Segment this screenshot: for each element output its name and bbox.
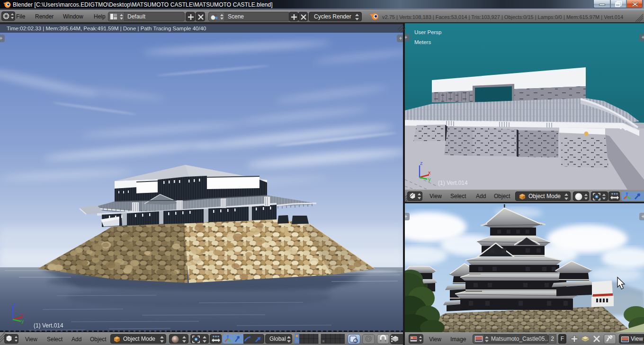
svg-text:+: + <box>641 34 644 41</box>
svg-text:Time:02:02.33 | Mem:395.64M, P: Time:02:02.33 | Mem:395.64M, Peak:491.59… <box>7 26 206 31</box>
svg-text:y: y <box>428 176 431 182</box>
svg-text:+: + <box>641 213 644 220</box>
svg-text:Meters: Meters <box>414 39 431 45</box>
svg-text:+: + <box>399 35 402 42</box>
svg-text:+: + <box>405 34 408 41</box>
svg-text:+: + <box>405 213 408 220</box>
svg-text:x: x <box>21 312 24 318</box>
svg-text:z: z <box>420 160 423 166</box>
svg-text:(1) Vert.014: (1) Vert.014 <box>34 322 63 329</box>
svg-text:y: y <box>21 318 24 324</box>
svg-text:x: x <box>428 170 431 175</box>
svg-text:(1) Vert.014: (1) Vert.014 <box>438 180 468 186</box>
svg-text:User Persp: User Persp <box>414 29 442 35</box>
svg-text:z: z <box>13 301 16 307</box>
svg-text:+: + <box>0 35 3 42</box>
